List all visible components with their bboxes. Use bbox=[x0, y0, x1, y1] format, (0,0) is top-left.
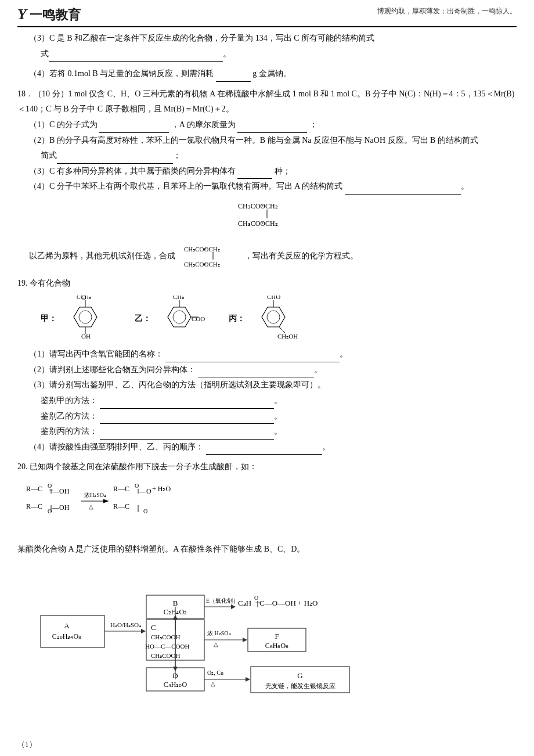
svg-text:C₆H₆O₆: C₆H₆O₆ bbox=[265, 642, 288, 650]
q18-part2: （2）B 的分子具有高度对称性，苯环上的一氯取代物只有一种。B 能与金属 Na … bbox=[29, 133, 517, 164]
bing-svg: CHO CH₂OH bbox=[247, 296, 305, 342]
svg-text:C₂₀H₃₄O₈: C₂₀H₃₄O₈ bbox=[52, 632, 81, 640]
yi-svg: CH₃ COOH bbox=[153, 296, 205, 342]
q18-part1: （1）C 的分子式为 ，A 的摩尔质量为 ； bbox=[29, 117, 517, 133]
q20-title: 20. 已知两个羧基之间在浓硫酸作用下脱去一分子水生成酸酐，如： bbox=[17, 459, 517, 475]
q19-1-blank bbox=[165, 353, 340, 362]
question-20: 20. 已知两个羧基之间在浓硫酸作用下脱去一分子水生成酸酐，如： R—C O —… bbox=[17, 459, 517, 731]
svg-text:浓 H₂SO₄: 浓 H₂SO₄ bbox=[207, 630, 231, 636]
svg-text:CH₃COOH: CH₃COOH bbox=[151, 633, 181, 640]
question-18: 18．（10 分）1 mol 仅含 C、H、O 三种元素的有机物 A 在稀硫酸中… bbox=[17, 87, 517, 271]
svg-text:CH₃COOCH₂: CH₃COOCH₂ bbox=[184, 246, 220, 253]
svg-text:F: F bbox=[275, 632, 279, 640]
logo: Y 一鸣教育 bbox=[17, 6, 81, 24]
svg-text:—O: —O bbox=[139, 487, 151, 495]
q19-part3-title: （3）请分别写出鉴别甲、乙、丙化合物的方法（指明所选试剂及主要现象即可）。 bbox=[29, 377, 517, 393]
q18-3-blank bbox=[237, 170, 272, 179]
svg-text:+ H₂O: + H₂O bbox=[152, 485, 171, 493]
q19-yi-method: 鉴别乙的方法： 。 bbox=[41, 409, 517, 424]
svg-text:R—C: R—C bbox=[113, 485, 129, 493]
svg-text:⁺: ⁺ bbox=[261, 221, 264, 227]
svg-text:O: O bbox=[48, 483, 52, 489]
svg-text:—OH: —OH bbox=[52, 503, 70, 512]
q19-2-blank bbox=[198, 368, 314, 377]
tagline: 博观约取，厚积薄发；出奇制胜，一鸣惊人。 bbox=[377, 6, 517, 17]
q19-part4: （4）请按酸性由强至弱排列甲、乙、丙的顺序： 。 bbox=[29, 440, 517, 455]
svg-text:CH₃COOCH₂: CH₃COOCH₂ bbox=[238, 219, 278, 228]
svg-text:+: + bbox=[204, 261, 207, 267]
svg-text:O₂, Cu: O₂, Cu bbox=[207, 669, 223, 676]
compound-jia: 甲： O C CH₃ OH bbox=[41, 296, 111, 342]
svg-marker-55 bbox=[141, 629, 146, 633]
svg-point-19 bbox=[173, 311, 186, 323]
compound-bing: 丙： CHO CH₂OH bbox=[229, 296, 305, 342]
svg-text:G: G bbox=[297, 671, 302, 680]
jia-svg: O C CH₃ OH bbox=[59, 296, 111, 342]
q20-desc: 某酯类化合物 A 是广泛使用的塑料增塑剂。A 在酸性条件下能够生成 B、C、D。 bbox=[17, 542, 517, 557]
flow-diagram-svg: A C₂₀H₃₄O₈ H₂O/H₂SO₄ B C₂H₄O₂ E（氧化剂） bbox=[35, 563, 511, 726]
svg-text:OH: OH bbox=[81, 333, 91, 340]
ester-svg: CH₃COOCH₂ ⁺ CH₃COOCH₂ ⁺ bbox=[232, 198, 302, 233]
svg-text:COOH: COOH bbox=[192, 315, 205, 322]
q19-4-blank bbox=[206, 445, 322, 455]
svg-text:O: O bbox=[135, 483, 139, 489]
page-header: Y 一鸣教育 博观约取，厚积薄发；出奇制胜，一鸣惊人。 bbox=[17, 6, 517, 27]
svg-text:E（氧化剂）: E（氧化剂） bbox=[206, 597, 239, 604]
svg-point-11 bbox=[79, 311, 92, 323]
svg-text:△: △ bbox=[89, 503, 93, 510]
svg-text:HO—C—COOH: HO—C—COOH bbox=[145, 643, 189, 650]
svg-marker-10 bbox=[74, 307, 97, 327]
q19-jia-method: 鉴别甲的方法： 。 bbox=[41, 393, 517, 409]
svg-text:O: O bbox=[254, 595, 258, 601]
svg-text:CH₃COOH: CH₃COOH bbox=[151, 652, 181, 659]
q19-bing-method: 鉴别丙的方法： 。 bbox=[41, 424, 517, 440]
svg-text:△: △ bbox=[214, 641, 218, 647]
svg-text:CH₃: CH₃ bbox=[81, 296, 91, 300]
q20-flow-diagram: A C₂₀H₃₄O₈ H₂O/H₂SO₄ B C₂H₄O₂ E（氧化剂） bbox=[35, 563, 499, 732]
svg-text:CH₃: CH₃ bbox=[173, 296, 184, 300]
svg-text:+: + bbox=[204, 246, 207, 251]
svg-text:C: C bbox=[77, 296, 81, 300]
svg-text:R—C: R—C bbox=[113, 502, 129, 510]
svg-marker-78 bbox=[243, 638, 247, 642]
svg-text:O: O bbox=[143, 508, 147, 514]
svg-text:⁺: ⁺ bbox=[261, 203, 264, 210]
q19-bing-blank bbox=[100, 430, 274, 440]
svg-rect-51 bbox=[41, 615, 104, 647]
svg-text:C₃H: C₃H bbox=[238, 599, 251, 607]
synthesis-structure-svg: CH₃COOCH₂ + CH₃COOCH₂ + bbox=[181, 242, 239, 271]
page-footer: （1） bbox=[17, 737, 517, 752]
q18-synthesis-line: 以乙烯为原料，其他无机试剂任选，合成 CH₃COOCH₂ + CH₃COOCH₂… bbox=[29, 242, 517, 271]
question-19: 19. 今有化合物 甲： O C CH₃ bbox=[17, 276, 517, 455]
q19-yi-blank bbox=[100, 415, 274, 424]
svg-line-28 bbox=[279, 327, 285, 333]
svg-text:CH₃COOCH₂: CH₃COOCH₂ bbox=[184, 261, 220, 268]
svg-marker-18 bbox=[168, 307, 191, 327]
ester-structure: CH₃COOCH₂ ⁺ CH₃COOCH₂ ⁺ bbox=[17, 198, 517, 239]
svg-text:B: B bbox=[173, 599, 178, 607]
q19-part1: （1）请写出丙中含氧官能团的名称： 。 bbox=[29, 347, 517, 362]
anhydride-reaction: R—C O —OH R—C O —OH 浓H₂SO₄ △ R—C O —O + … bbox=[23, 480, 517, 538]
compound-structures: 甲： O C CH₃ OH bbox=[41, 296, 517, 342]
svg-text:R—C: R—C bbox=[26, 502, 42, 510]
svg-marker-24 bbox=[262, 307, 285, 327]
svg-text:C—O—OH + H₂O: C—O—OH + H₂O bbox=[259, 599, 317, 607]
svg-text:浓H₂SO₄: 浓H₂SO₄ bbox=[84, 492, 106, 498]
svg-text:CH₂OH: CH₂OH bbox=[277, 333, 298, 340]
q18-title: 18．（10 分）1 mol 仅含 C、H、O 三种元素的有机物 A 在稀硫酸中… bbox=[17, 87, 517, 117]
q18-2-blank bbox=[57, 154, 173, 164]
svg-text:A: A bbox=[64, 621, 70, 630]
svg-point-25 bbox=[267, 311, 280, 323]
svg-text:—OH: —OH bbox=[52, 487, 70, 495]
svg-text:C: C bbox=[151, 623, 156, 632]
compound-yi: 乙： CH₃ COOH bbox=[135, 296, 205, 342]
q18-1-blank1 bbox=[99, 124, 169, 133]
svg-text:无支链，能发生银镜反应: 无支链，能发生银镜反应 bbox=[265, 682, 335, 689]
svg-text:CH₃COOCH₂: CH₃COOCH₂ bbox=[238, 202, 278, 210]
q18-1-blank2 bbox=[237, 124, 307, 133]
svg-text:△: △ bbox=[211, 681, 215, 687]
q18-part4: （4）C 分子中苯环上有两个取代基，且苯环上的一氯取代物有两种。写出 A 的结构… bbox=[29, 179, 517, 195]
svg-text:H₂O/H₂SO₄: H₂O/H₂SO₄ bbox=[110, 621, 142, 628]
svg-text:CHO: CHO bbox=[267, 296, 280, 300]
svg-marker-63 bbox=[231, 604, 236, 609]
